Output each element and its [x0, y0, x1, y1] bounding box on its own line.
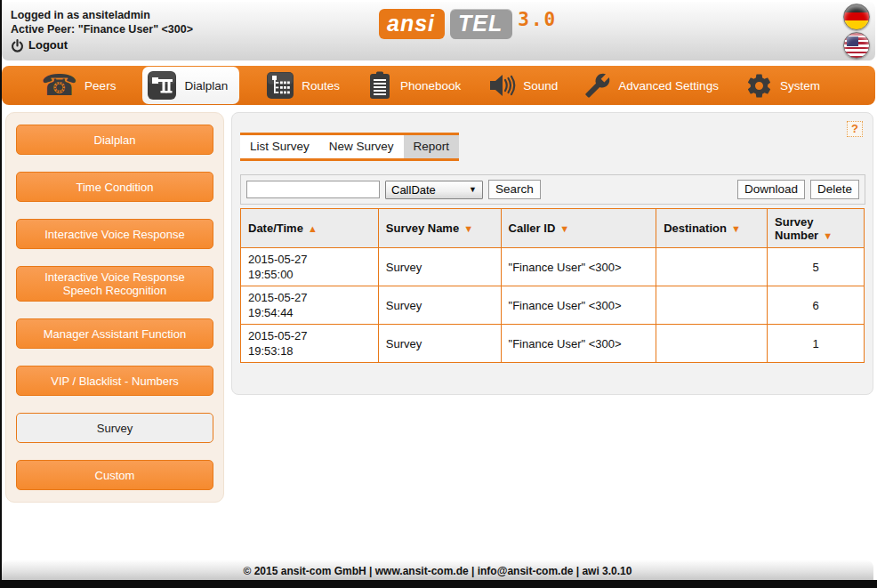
sort-desc-icon: ▼	[463, 223, 473, 234]
cell-caller-id: "Finance User" <300>	[501, 325, 656, 363]
time-value: 19:53:18	[248, 343, 371, 358]
cell-survey-number: 6	[768, 286, 865, 325]
column-label: Destination	[664, 222, 727, 235]
tab-report[interactable]: Report	[404, 135, 460, 158]
column-header-datetime[interactable]: Date/Time▲	[241, 209, 379, 248]
nav-item-peers[interactable]: ☎ Peers	[41, 72, 116, 99]
sidebar-item-dialplan[interactable]: Dialplan	[16, 125, 213, 155]
ansitel-logo: ansi TEL 3.0	[379, 9, 557, 39]
sort-desc-icon: ▼	[559, 223, 569, 234]
nav-item-sound[interactable]: Sound	[487, 72, 558, 99]
nav-label: Advanced Settings	[618, 79, 719, 93]
sidebar-item-survey[interactable]: Survey	[16, 413, 213, 443]
wrench-icon	[584, 72, 611, 99]
column-label: Survey Name	[386, 222, 459, 235]
column-label: Date/Time	[248, 222, 303, 235]
chevron-down-icon: ▼	[469, 185, 477, 194]
search-toolbar: CallDate ▼ Search Download Delete	[240, 174, 865, 205]
footer-bar: © 2015 ansit-com GmbH | www.ansit-com.de…	[2, 560, 873, 580]
speaker-icon	[487, 72, 516, 99]
cell-survey-name: Survey	[378, 248, 501, 286]
sort-desc-icon: ▼	[823, 230, 833, 241]
logo-version: 3.0	[518, 9, 557, 30]
date-value: 2015-05-27	[248, 328, 371, 343]
nav-label: Routes	[302, 79, 340, 93]
routes-icon	[266, 71, 294, 100]
user-info: Logged in as ansiteladmin Active Peer: "…	[11, 8, 193, 52]
footer-text: © 2015 ansit-com GmbH | www.ansit-com.de…	[244, 565, 632, 577]
search-input[interactable]	[246, 181, 380, 198]
search-button[interactable]: Search	[488, 180, 541, 199]
sidebar: Dialplan Time Condition Interactive Voic…	[5, 112, 224, 503]
nav-item-dialplan[interactable]: Dialplan	[142, 67, 239, 104]
tab-list-survey[interactable]: List Survey	[240, 135, 319, 158]
german-flag-button[interactable]	[843, 4, 870, 30]
nav-item-routes[interactable]: Routes	[266, 71, 340, 100]
nav-item-system[interactable]: System	[745, 72, 820, 100]
sidebar-item-ivr-speech-recognition[interactable]: Interactive Voice Response Speech Recogn…	[16, 266, 213, 302]
cell-destination	[656, 325, 768, 363]
cell-survey-number: 1	[768, 325, 865, 363]
nav-label: Dialplan	[184, 79, 228, 93]
help-button[interactable]: ?	[847, 121, 863, 137]
table-row: 2015-05-2719:53:18 Survey "Finance User"…	[241, 325, 865, 363]
gear-icon	[745, 72, 773, 100]
logout-label: Logout	[28, 38, 68, 52]
tab-bar: List Survey New Survey Report	[240, 133, 459, 161]
date-value: 2015-05-27	[248, 290, 371, 305]
active-peer-text: Active Peer: "Finance User" <300>	[11, 22, 193, 36]
main-nav: ☎ Peers Dialplan	[2, 66, 875, 105]
cell-survey-name: Survey	[378, 325, 501, 363]
sort-asc-icon: ▲	[308, 223, 318, 234]
column-header-destination[interactable]: Destination▼	[656, 209, 768, 248]
table-header-row: Date/Time▲ Survey Name▼ Caller ID▼ Desti…	[241, 209, 865, 248]
download-button[interactable]: Download	[737, 180, 805, 199]
sidebar-item-ivr[interactable]: Interactive Voice Response	[16, 219, 213, 249]
search-field-select[interactable]: CallDate ▼	[385, 181, 483, 199]
time-value: 19:54:44	[248, 305, 371, 320]
header-bar: Logged in as ansiteladmin Active Peer: "…	[2, 2, 875, 60]
language-switcher	[843, 4, 870, 59]
sidebar-item-manager-assistant[interactable]: Manager Assistant Function	[16, 318, 213, 349]
logout-button[interactable]: Logout	[11, 38, 193, 52]
cell-survey-name: Survey	[378, 286, 501, 325]
sidebar-item-vip-blacklist[interactable]: VIP / Blacklist - Numbers	[16, 366, 213, 396]
table-row: 2015-05-2719:55:00 Survey "Finance User"…	[241, 248, 865, 286]
phone-icon: ☎	[41, 72, 77, 99]
survey-table: Date/Time▲ Survey Name▼ Caller ID▼ Desti…	[240, 208, 865, 363]
power-icon	[11, 39, 24, 52]
logged-in-text: Logged in as ansiteladmin	[11, 8, 193, 22]
table-row: 2015-05-2719:54:44 Survey "Finance User"…	[241, 286, 865, 325]
content-area: Dialplan Time Condition Interactive Voic…	[2, 112, 877, 503]
nav-label: Phonebook	[400, 79, 461, 93]
nav-label: System	[780, 79, 820, 93]
cell-datetime: 2015-05-2719:53:18	[241, 325, 379, 363]
phonebook-icon	[366, 70, 393, 101]
column-header-survey-number[interactable]: Survey Number▼	[768, 209, 865, 248]
sidebar-item-time-condition[interactable]: Time Condition	[16, 172, 213, 202]
logo-ansi: ansi	[379, 9, 445, 39]
column-header-caller-id[interactable]: Caller ID▼	[501, 209, 656, 248]
cell-caller-id: "Finance User" <300>	[501, 286, 656, 325]
date-value: 2015-05-27	[248, 252, 371, 267]
logo-tel: TEL	[450, 9, 512, 39]
sort-desc-icon: ▼	[731, 223, 741, 234]
column-label: Survey Number	[775, 215, 818, 242]
cell-datetime: 2015-05-2719:54:44	[241, 286, 379, 325]
cell-datetime: 2015-05-2719:55:00	[241, 248, 379, 286]
main-panel: ? List Survey New Survey Report CallDate…	[231, 112, 873, 395]
tab-new-survey[interactable]: New Survey	[319, 135, 404, 158]
nav-label: Peers	[84, 79, 116, 93]
delete-button[interactable]: Delete	[810, 180, 859, 199]
sidebar-item-custom[interactable]: Custom	[16, 460, 213, 490]
nav-item-phonebook[interactable]: Phonebook	[366, 70, 461, 101]
cell-destination	[656, 286, 768, 325]
page: Logged in as ansiteladmin Active Peer: "…	[2, 0, 877, 580]
nav-item-advanced-settings[interactable]: Advanced Settings	[584, 72, 719, 99]
us-flag-button[interactable]	[843, 32, 870, 59]
column-header-survey-name[interactable]: Survey Name▼	[378, 209, 501, 248]
column-label: Caller ID	[509, 222, 556, 235]
dialplan-icon	[147, 70, 177, 101]
cell-destination	[656, 248, 768, 286]
time-value: 19:55:00	[248, 267, 371, 282]
